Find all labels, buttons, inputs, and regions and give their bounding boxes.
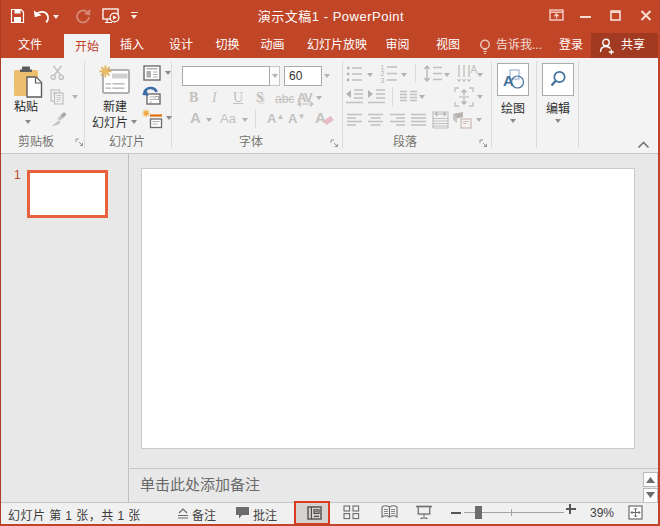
svg-text:A: A — [503, 72, 514, 89]
svg-text:3: 3 — [381, 77, 385, 84]
